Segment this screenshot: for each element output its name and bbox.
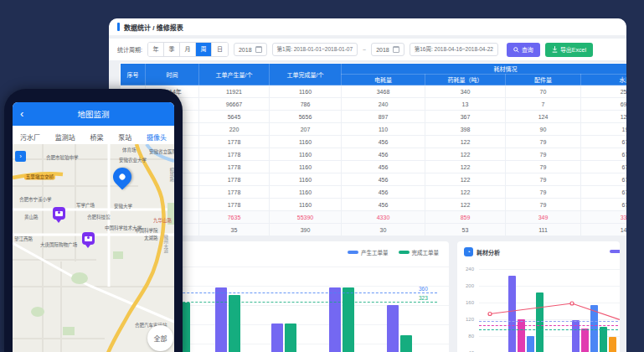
camera-marker-icon[interactable] [82, 232, 95, 245]
legend-swatch [399, 251, 410, 254]
start-week-input[interactable]: 第1周: 2018-01-01~2018-01-07 [272, 43, 358, 56]
map-label: 合肥市宁溪小学 [19, 196, 52, 203]
legend-label: 完成工单量 [412, 248, 440, 256]
period-option-quarter[interactable]: 季 [164, 43, 180, 56]
col-time: 时间 [146, 64, 199, 85]
end-week-input[interactable]: 第16周: 2018-04-16~2018-04-22 [410, 43, 498, 56]
map-label: 黄山路 [24, 214, 39, 220]
tab-monitor-station[interactable]: 监测站 [55, 129, 75, 142]
map-label: 安徽省立医院 [149, 148, 174, 155]
end-year-value: 2018 [376, 47, 389, 53]
period-option-week[interactable]: 周 [196, 43, 212, 56]
reference-line-label: 360 [419, 286, 428, 292]
show-all-button[interactable]: 全部 [147, 325, 173, 351]
tab-pump-station[interactable]: 泵站 [118, 129, 131, 142]
tab-sewage-plant[interactable]: 污水厂 [20, 129, 40, 142]
map-label: 大唐国际购物广场 [40, 241, 77, 248]
col-group-consumables: 耗材情况 [342, 64, 627, 75]
download-icon [552, 46, 558, 53]
period-option-day[interactable]: 日 [212, 43, 228, 56]
map-label: 中国科学院 [135, 227, 158, 234]
breadcrumb: 数据统计 / 维修报表 [124, 23, 183, 32]
right-plot: 2402001601208040 [457, 241, 620, 352]
export-button-label: 导出Excel [560, 45, 586, 54]
app-header: ‹ 地图监测 [13, 102, 174, 126]
map-label: 桐城路 [168, 168, 174, 182]
export-excel-button[interactable]: 导出Excel [545, 43, 593, 57]
legend-item-done[interactable]: 完成工单量 [399, 248, 440, 256]
subcol-chemical: 药耗量（吨） [425, 75, 506, 85]
map-label: 体育场 [122, 147, 137, 153]
start-year-value: 2018 [239, 47, 252, 53]
total-row: 合计7635553904330859349330 [121, 211, 627, 224]
table-row: 22015年96667786240137690 [121, 98, 627, 111]
average-row: 平均值353903053111140 [121, 224, 627, 236]
table-header: 序号 时间 工单产生量/个 工单完成量/个 耗材情况 电耗量 药耗量（吨） 配件… [121, 64, 627, 85]
left-chart-legend: 产生工单量 完成工单量 [348, 248, 439, 256]
report-table: 序号 时间 工单产生量/个 工单完成量/个 耗材情况 电耗量 药耗量（吨） 配件… [120, 63, 626, 236]
calendar-icon [255, 46, 262, 53]
period-option-month[interactable]: 月 [180, 43, 196, 56]
search-icon [513, 47, 519, 53]
table-row: 32016年56455656897367124129 [121, 111, 627, 123]
map-label: 安徽大学 [114, 203, 132, 210]
tab-camera[interactable]: 摄像头 [147, 129, 167, 142]
map-label: 合肥科技馆 [87, 214, 111, 220]
subcol-electricity: 电耗量 [342, 75, 425, 85]
table-row: 52018年177811604561227967 [121, 136, 627, 148]
table-row: 92022年177811604561227967 [121, 186, 627, 199]
charts-row: 产生工单量 完成工单量 360323 ◔ 耗材分析 24020016012080… [109, 241, 626, 352]
map-label: 五里墩立交桥 [24, 174, 55, 179]
subcol-water: 水量 [581, 75, 627, 85]
breadcrumb-bar: 数据统计 / 维修报表 [109, 18, 626, 35]
consumables-chart-card: ◔ 耗材分析 2402001601208040 [457, 241, 620, 352]
map-label: 合肥市琥珀中学 [46, 154, 79, 161]
map-label: 太湖路 [144, 235, 158, 241]
period-option-year[interactable]: 年 [148, 43, 164, 56]
tab-label: 监测站 [55, 134, 75, 142]
trend-line [457, 241, 620, 352]
period-label: 统计周期: [117, 45, 142, 54]
right-chart-legend-swatch[interactable] [610, 250, 620, 253]
chart-icon: ◔ [464, 247, 473, 256]
end-year-select[interactable]: 2018 [371, 43, 404, 56]
col-done: 工单完成量/个 [270, 64, 342, 85]
tab-bridge[interactable]: 桥梁 [90, 129, 103, 142]
table-row: 42017年2202071103989019 [121, 123, 627, 136]
calendar-icon [393, 46, 399, 53]
back-chevron-icon[interactable]: ‹ [20, 103, 23, 125]
table-row: 72020年177811604561227967 [121, 161, 627, 173]
start-year-select[interactable]: 2018 [234, 43, 267, 56]
bar [215, 287, 227, 352]
bar [343, 287, 354, 352]
table-row: 102023年177811604561227967 [121, 199, 627, 211]
table-row: 62019年177811604561227967 [121, 148, 627, 161]
legend-item-created[interactable]: 产生工单量 [348, 248, 389, 256]
dashboard-panel: 数据统计 / 维修报表 统计周期: 年 季 月 周 日 2018 第1周: 20… [109, 18, 626, 352]
camera-icon [55, 211, 63, 216]
query-button[interactable]: 查询 [507, 43, 540, 57]
tab-label: 污水厂 [20, 134, 40, 142]
camera-marker-icon[interactable] [53, 207, 65, 220]
phone-mockup: ‹ 地图监测 污水厂 监测站 桥梁 泵站 摄像头 [4, 89, 183, 352]
tab-label: 泵站 [118, 134, 131, 142]
map-canvas[interactable]: › 合肥市琥珀中学体育场安徽农业大学安徽省立医院五里墩立交桥合肥市宁溪小学军学广… [13, 144, 174, 352]
map-expand-button[interactable]: › [15, 151, 26, 162]
legend-label: 产生工单量 [361, 248, 389, 256]
col-no: 序号 [121, 64, 146, 85]
bar [271, 324, 283, 352]
app-title: 地图监测 [13, 108, 174, 120]
reference-line-label: 323 [419, 295, 428, 301]
map-label: 徽州大道 [162, 235, 169, 253]
bar [400, 335, 412, 352]
tab-label: 桥梁 [90, 134, 103, 142]
legend-swatch [348, 251, 358, 254]
tab-label: 摄像头 [147, 134, 167, 142]
period-segmented-control: 年 季 月 周 日 [147, 42, 229, 57]
bar [285, 324, 296, 352]
map-label: 安徽农业大学 [119, 157, 147, 163]
col-created: 工单产生量/个 [199, 64, 270, 85]
map-label: 望江西路 [14, 236, 33, 242]
right-chart-header: ◔ 耗材分析 [464, 247, 500, 256]
table-row: 12014年119211160346834070250 [121, 85, 627, 98]
